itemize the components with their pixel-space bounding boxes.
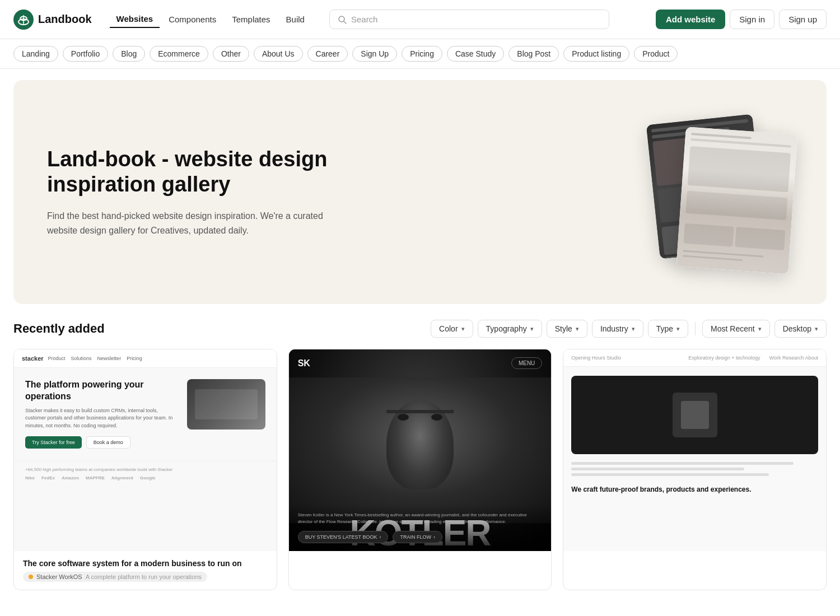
view-button[interactable]: Desktop ▾ [774, 320, 827, 338]
chevron-down-icon: ▾ [676, 325, 680, 333]
header: Landbook Websites Components Templates B… [0, 0, 840, 39]
kotler-description: Steven Kotler is a New York Times-bestse… [298, 512, 543, 525]
gallery-grid: stacker Product Solutions Newsletter Pri… [13, 349, 827, 590]
category-pricing[interactable]: Pricing [402, 46, 442, 62]
kotler-info: Steven Kotler is a New York Times-bestse… [289, 504, 552, 551]
sort-button[interactable]: Most Recent ▾ [702, 320, 770, 338]
filter-type[interactable]: Type ▾ [648, 320, 688, 338]
stacker-body: Stacker makes it easy to build custom CR… [25, 407, 179, 430]
filter-style[interactable]: Style ▾ [547, 320, 587, 338]
category-about-us[interactable]: About Us [254, 46, 303, 62]
filter-typography[interactable]: Typography ▾ [478, 320, 542, 338]
brand-header-left: Opening Hours Studio [571, 355, 621, 361]
card-stacker-preview: stacker Product Solutions Newsletter Pri… [14, 349, 277, 551]
kotler-buttons: BUY STEVEN'S LATEST BOOK › TRAIN FLOW › [298, 531, 543, 543]
category-bar: Landing Portfolio Blog Ecommerce Other A… [0, 39, 840, 69]
gallery-card-stacker[interactable]: stacker Product Solutions Newsletter Pri… [13, 349, 277, 590]
filter-divider [695, 322, 696, 335]
hero-description: Find the best hand-picked website design… [47, 209, 327, 237]
main-nav: Websites Components Templates Build [110, 11, 311, 28]
sign-up-button[interactable]: Sign up [779, 10, 827, 29]
main-content: Recently added Color ▾ Typography ▾ Styl… [0, 320, 840, 613]
kotler-btn2[interactable]: TRAIN FLOW › [393, 531, 442, 543]
brand-lower: We craft future-proof brands, products a… [563, 485, 826, 502]
nav-item-build[interactable]: Build [279, 11, 311, 27]
stacker-hero-image [187, 379, 265, 430]
category-product-listing[interactable]: Product listing [563, 46, 629, 62]
stacker-logo-row: Nike FedEx Amazon MAPFRE Alignment Googl… [25, 475, 265, 480]
stacker-btn-primary[interactable]: Try Stacker for free [25, 436, 82, 449]
brand-header: Opening Hours Studio Exploratory design … [563, 349, 826, 367]
category-product[interactable]: Product [634, 46, 678, 62]
category-other[interactable]: Other [213, 46, 249, 62]
stacker-logo: stacker [22, 355, 44, 362]
brand-header-right2: Work Research About [769, 355, 818, 361]
filter-color[interactable]: Color ▾ [431, 320, 473, 338]
category-ecommerce[interactable]: Ecommerce [150, 46, 208, 62]
kotler-face [289, 377, 552, 523]
stacker-btn-secondary[interactable]: Book a demo [86, 436, 130, 449]
gallery-card-kotler[interactable]: SK MENU KOTLER Steven Kotler [288, 349, 552, 590]
stacker-nav: Product Solutions Newsletter Pricing [48, 356, 142, 361]
category-blog[interactable]: Blog [113, 46, 145, 62]
category-portfolio[interactable]: Portfolio [63, 46, 108, 62]
kotler-sk: SK [298, 358, 310, 368]
card-kotler-preview: SK MENU KOTLER Steven Kotler [289, 349, 552, 551]
card-lower: The core software system for a modern bu… [14, 551, 277, 590]
category-case-study[interactable]: Case Study [447, 46, 504, 62]
brand-header-right1: Exploratory design + technology [688, 355, 760, 361]
arrow-icon: › [379, 534, 381, 540]
filter-row: Recently added Color ▾ Typography ▾ Styl… [13, 320, 827, 338]
logo-icon [13, 10, 34, 30]
nav-item-websites[interactable]: Websites [110, 11, 160, 28]
section-title: Recently added [13, 321, 105, 336]
brand-tagline: We craft future-proof brands, products a… [571, 485, 818, 494]
search-bar[interactable]: Search [329, 10, 609, 29]
brand-header-right: Exploratory design + technology Work Res… [688, 355, 818, 361]
kotler-menu-button[interactable]: MENU [511, 357, 542, 369]
gallery-card-brand[interactable]: Opening Hours Studio Exploratory design … [563, 349, 827, 590]
sign-in-button[interactable]: Sign in [730, 10, 774, 29]
kotler-btn1[interactable]: BUY STEVEN'S LATEST BOOK › [298, 531, 389, 543]
hero-text: Land-book - website design inspiration g… [47, 147, 372, 237]
brand-lines [571, 462, 818, 476]
badge-dot [29, 575, 33, 579]
nav-item-components[interactable]: Components [162, 11, 223, 27]
category-career[interactable]: Career [307, 46, 348, 62]
chevron-down-icon: ▾ [530, 325, 534, 333]
logo[interactable]: Landbook [13, 10, 92, 30]
hero-image [636, 114, 793, 270]
mock-screen-front [676, 127, 798, 274]
search-placeholder: Search [351, 15, 378, 24]
stacker-logos-label: +84,500 high performing teams at compani… [25, 467, 265, 472]
svg-line-5 [344, 21, 346, 24]
card-lower-headline: The core software system for a modern bu… [23, 559, 268, 568]
chevron-down-icon: ▾ [758, 325, 762, 333]
header-actions: Add website Sign in Sign up [656, 10, 827, 29]
hero-title: Land-book - website design inspiration g… [47, 147, 372, 198]
filters: Color ▾ Typography ▾ Style ▾ Industry ▾ … [431, 320, 827, 338]
brand-dark-box [571, 376, 818, 454]
card-brand-preview: Opening Hours Studio Exploratory design … [563, 349, 826, 551]
logo-text: Landbook [38, 13, 92, 26]
hero-section: Land-book - website design inspiration g… [13, 80, 827, 304]
chevron-down-icon: ▾ [632, 325, 635, 333]
kotler-top-bar: SK MENU [289, 349, 552, 377]
category-sign-up[interactable]: Sign Up [352, 46, 397, 62]
add-website-button[interactable]: Add website [656, 10, 725, 29]
stacker-headline: The platform powering your operations [25, 379, 179, 403]
chevron-down-icon: ▾ [461, 325, 465, 333]
search-icon [338, 15, 347, 24]
category-landing[interactable]: Landing [13, 46, 58, 62]
brand-content [563, 367, 826, 485]
card-badge: Stacker WorkOS A complete platform to ru… [23, 572, 207, 582]
chevron-down-icon: ▾ [815, 325, 818, 333]
badge-label: Stacker WorkOS [36, 573, 82, 580]
arrow-icon: › [433, 534, 435, 540]
nav-item-templates[interactable]: Templates [225, 11, 277, 27]
filter-industry[interactable]: Industry ▾ [592, 320, 643, 338]
category-blog-post[interactable]: Blog Post [508, 46, 559, 62]
chevron-down-icon: ▾ [576, 325, 579, 333]
badge-sub: A complete platform to run your operatio… [86, 573, 202, 580]
